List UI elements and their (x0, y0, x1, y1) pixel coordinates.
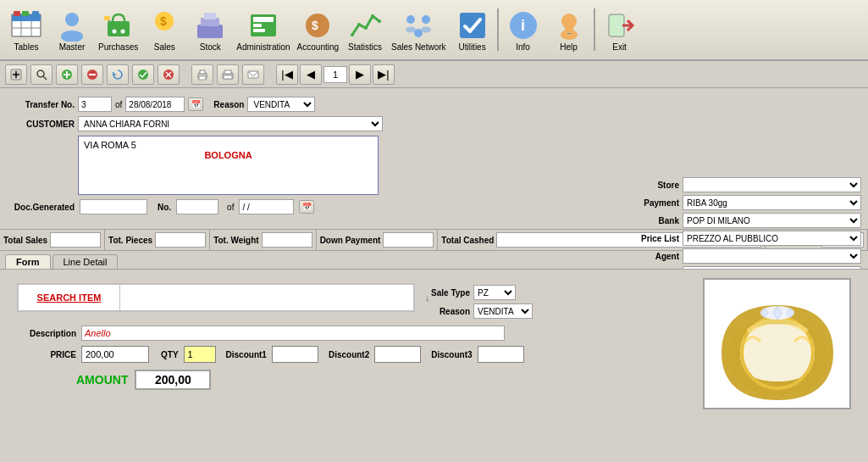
doc-no-input[interactable] (176, 199, 218, 214)
doc-calendar-button[interactable]: 📅 (299, 200, 314, 214)
discount3-input[interactable] (478, 346, 524, 363)
utilities-button[interactable]: Utilities (450, 7, 495, 53)
sale-type-label: Sale Type (423, 288, 470, 298)
last-button[interactable]: ▶| (373, 64, 395, 85)
svg-rect-61 (199, 76, 206, 80)
new-button[interactable] (5, 64, 27, 85)
agent-select[interactable] (683, 248, 861, 264)
svg-text:$: $ (160, 14, 167, 28)
accounting-button[interactable]: $ Accounting (294, 7, 342, 53)
sales-button[interactable]: $ Sales (141, 7, 187, 53)
svg-rect-23 (253, 29, 265, 32)
down-payment-value (383, 232, 434, 248)
payment-row: Payment RIBA 30gg (616, 195, 861, 210)
reason-detail-label: Reason (423, 307, 470, 316)
bank-label: Bank (616, 216, 679, 225)
description-label: Description (17, 329, 76, 338)
sale-type-select[interactable]: PZ (473, 285, 516, 300)
doc-generated-input[interactable] (80, 199, 147, 214)
payment-select[interactable]: RIBA 30gg (683, 195, 861, 210)
discount1-input[interactable] (272, 346, 318, 363)
stock-icon (193, 8, 227, 42)
pricelist-select[interactable]: PREZZO AL PUBBLICO (683, 231, 861, 246)
svg-point-35 (421, 26, 431, 32)
salesnetwork-button[interactable]: Sales Network (388, 7, 449, 53)
calendar-button[interactable]: 📅 (188, 97, 203, 111)
purchases-button[interactable]: Purchases (95, 7, 141, 53)
svg-text:i: i (521, 17, 525, 34)
svg-text:$: $ (312, 19, 318, 32)
main-content: SEARCH ITEM ↓ Sale Type PZ Reason VENDIT… (0, 269, 868, 438)
sales-label: Sales (154, 42, 175, 52)
address-box: VIA ROMA 5 BOLOGNA (78, 136, 379, 195)
help-button[interactable]: Help (546, 7, 592, 53)
exit-button[interactable]: Exit (597, 7, 643, 53)
svg-point-26 (351, 33, 354, 36)
svg-rect-10 (108, 21, 130, 36)
sales-icon: $ (147, 8, 181, 42)
refresh-button[interactable] (107, 64, 129, 85)
first-button[interactable]: |◀ (276, 64, 298, 85)
qty-input[interactable] (184, 346, 216, 363)
salesnetwork-icon (401, 8, 435, 42)
form-tab[interactable]: Form (5, 254, 51, 269)
bank-select[interactable]: POP DI MILANO (683, 213, 861, 228)
cancel-button[interactable] (158, 64, 180, 85)
store-select[interactable] (683, 177, 861, 192)
line-detail-tab-label: Line Detail (64, 257, 108, 267)
svg-rect-19 (204, 13, 216, 19)
store-label: Store (616, 181, 679, 190)
tables-button[interactable]: Tables (3, 7, 49, 53)
transfer-date-input[interactable] (125, 97, 185, 112)
search-item-input[interactable] (120, 285, 413, 310)
administration-button[interactable]: Administration (233, 7, 293, 53)
master-button[interactable]: Master (49, 7, 95, 53)
search-action-button[interactable] (30, 64, 53, 85)
toolbar-separator2 (594, 8, 595, 51)
svg-point-29 (371, 14, 374, 18)
print-button[interactable] (191, 64, 213, 85)
accounting-icon: $ (301, 8, 334, 42)
search-item-label: SEARCH ITEM (37, 292, 102, 303)
price-input[interactable] (81, 346, 149, 363)
discount2-input[interactable] (374, 346, 421, 363)
svg-point-30 (378, 19, 381, 23)
reason-detail-select[interactable]: VENDITA (473, 303, 533, 319)
search-item-button[interactable]: SEARCH ITEM (19, 285, 120, 310)
prev-button[interactable]: ◀ (300, 64, 322, 85)
stock-button[interactable]: Stock (187, 7, 233, 53)
doc-date-input[interactable] (239, 199, 294, 214)
description-input[interactable] (81, 326, 505, 341)
page-number-input[interactable]: 1 (323, 66, 347, 83)
address-city: BOLOGNA (84, 150, 373, 160)
svg-point-28 (364, 26, 368, 30)
remove-button[interactable] (81, 64, 103, 85)
tot-pieces-label: Tot. Pieces (108, 236, 152, 245)
confirm-button[interactable] (132, 64, 154, 85)
total-sales-label: Total Sales (3, 236, 47, 245)
svg-rect-6 (22, 11, 29, 16)
customer-select[interactable]: ANNA CHIARA FORNI (78, 116, 383, 131)
add-button[interactable] (56, 64, 78, 85)
customer-row: CUSTOMER ANNA CHIARA FORNI (7, 116, 861, 131)
tables-icon (9, 8, 43, 42)
agent-label: Agent (616, 252, 679, 261)
utilities-label: Utilities (458, 42, 485, 52)
line-detail-tab[interactable]: Line Detail (53, 254, 119, 269)
of2-label: of (227, 203, 234, 212)
next-button[interactable]: ▶ (349, 64, 371, 85)
email-button[interactable] (242, 64, 264, 85)
stock-label: Stock (200, 42, 221, 52)
info-button[interactable]: i Info (500, 7, 546, 53)
store-row: Store (616, 177, 861, 192)
print2-button[interactable] (217, 64, 239, 85)
svg-point-48 (37, 70, 44, 77)
svg-rect-63 (224, 70, 231, 74)
statistics-button[interactable]: Statistics (342, 7, 388, 53)
svg-point-34 (406, 26, 416, 32)
transfer-no-input[interactable] (78, 97, 112, 112)
svg-rect-64 (224, 75, 232, 79)
reason-select[interactable]: VENDITA (247, 97, 315, 112)
exit-icon (603, 8, 637, 42)
doc-generated-label: Doc.Generated (7, 203, 75, 212)
